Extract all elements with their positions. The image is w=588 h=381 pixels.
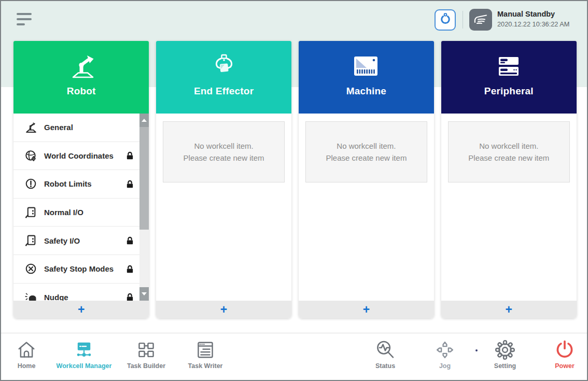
nav-task-builder[interactable]: Task Builder bbox=[117, 338, 175, 370]
peripheral-icon bbox=[495, 51, 522, 81]
gripper-tool-icon bbox=[439, 12, 452, 28]
list-item-label: Safety I/O bbox=[44, 236, 80, 245]
list-item-safety-stop-modes[interactable]: Safety Stop Modes bbox=[13, 255, 149, 284]
machine-body: No workcell item. Please create new item bbox=[299, 114, 434, 301]
empty-state-line2: Please create new item bbox=[468, 153, 549, 162]
nudge-icon bbox=[24, 291, 38, 301]
empty-state-line1: No workcell item. bbox=[194, 142, 253, 150]
plus-icon: + bbox=[363, 303, 370, 316]
list-item-label: World Coordinates bbox=[44, 151, 114, 160]
list-item-label: General bbox=[44, 123, 73, 132]
list-item-general[interactable]: General bbox=[13, 114, 149, 142]
list-item-label: Robot Limits bbox=[44, 179, 92, 188]
empty-state: No workcell item. Please create new item bbox=[448, 121, 570, 182]
peripheral-body: No workcell item. Please create new item bbox=[441, 114, 577, 301]
world-coordinates-icon bbox=[24, 150, 38, 162]
topbar-divider bbox=[463, 11, 463, 29]
empty-state-line2: Please create new item bbox=[326, 153, 407, 162]
empty-state-line2: Please create new item bbox=[184, 153, 264, 162]
column-title: Robot bbox=[67, 86, 96, 97]
nav-label: Task Builder bbox=[127, 362, 165, 370]
plus-icon: + bbox=[220, 303, 227, 316]
robot-status-block: Manual Standby 2020.12.22 10:36:22 AM bbox=[497, 10, 569, 28]
robot-column-header[interactable]: Robot bbox=[13, 41, 149, 114]
nav-jog[interactable]: Jog bbox=[422, 338, 468, 370]
robot-arm-icon bbox=[67, 51, 96, 81]
list-item-world-coordinates[interactable]: World Coordinates bbox=[13, 142, 149, 171]
lock-icon bbox=[125, 151, 134, 160]
nav-setting[interactable]: Setting bbox=[482, 338, 528, 370]
machine-column-header[interactable]: Machine bbox=[299, 41, 434, 114]
scrollbar[interactable] bbox=[139, 114, 149, 301]
column-title: Peripheral bbox=[484, 86, 534, 97]
status-timestamp: 2020.12.22 10:36:22 AM bbox=[497, 20, 569, 28]
nav-label: Home bbox=[18, 362, 36, 370]
task-writer-icon bbox=[195, 338, 215, 362]
nav-separator-dot bbox=[475, 349, 478, 351]
home-icon bbox=[17, 338, 36, 362]
workcell-column-end-effector: End Effector No workcell item. Please cr… bbox=[156, 41, 291, 318]
task-builder-icon bbox=[136, 338, 156, 362]
workcell-column-machine: Machine No workcell item. Please create … bbox=[299, 41, 434, 318]
column-title: Machine bbox=[346, 86, 386, 97]
list-item-label: Normal I/O bbox=[44, 208, 83, 217]
hamburger-menu-icon[interactable] bbox=[17, 13, 33, 27]
status-icon bbox=[375, 338, 396, 362]
nav-label: Status bbox=[375, 362, 395, 370]
scrollbar-thumb[interactable] bbox=[139, 127, 149, 230]
nav-label: Power bbox=[555, 362, 575, 370]
nav-workcell-manager[interactable]: Workcell Manager bbox=[47, 338, 121, 370]
lock-icon bbox=[125, 236, 134, 245]
empty-state: No workcell item. Please create new item bbox=[163, 121, 285, 182]
empty-state-line1: No workcell item. bbox=[479, 142, 538, 150]
manual-hand-icon bbox=[473, 12, 488, 27]
scroll-up-button[interactable] bbox=[139, 114, 149, 127]
list-item-label: Safety Stop Modes bbox=[44, 264, 114, 273]
list-item-normal-io[interactable]: Normal I/O bbox=[13, 199, 149, 227]
nav-label: Setting bbox=[494, 362, 516, 370]
workcell-column-peripheral: Peripheral No workcell item. Please crea… bbox=[441, 41, 577, 318]
machine-icon bbox=[353, 51, 380, 81]
nav-label: Workcell Manager bbox=[57, 362, 112, 370]
lock-icon bbox=[125, 264, 134, 274]
empty-state: No workcell item. Please create new item bbox=[305, 121, 427, 182]
robot-mode-button[interactable] bbox=[469, 9, 492, 31]
nav-status[interactable]: Status bbox=[362, 338, 409, 370]
column-title: End Effector bbox=[194, 86, 254, 97]
add-robot-item-button[interactable]: + bbox=[13, 301, 149, 318]
io-icon bbox=[24, 234, 38, 247]
peripheral-column-header[interactable]: Peripheral bbox=[441, 41, 577, 114]
add-end-effector-item-button[interactable]: + bbox=[156, 301, 291, 318]
bottom-navigation: Home Workcell Manager bbox=[1, 333, 587, 380]
io-icon bbox=[24, 206, 38, 219]
nav-label: Jog bbox=[439, 362, 451, 370]
setting-icon bbox=[495, 338, 515, 362]
workcell-column-robot: Robot General bbox=[13, 41, 149, 318]
end-effector-body: No workcell item. Please create new item bbox=[156, 114, 291, 301]
teach-pendant-screen: Manual Standby 2020.12.22 10:36:22 AM Ro… bbox=[0, 0, 588, 381]
gripper-icon bbox=[211, 51, 237, 81]
list-item-safety-io[interactable]: Safety I/O bbox=[13, 227, 149, 255]
add-machine-item-button[interactable]: + bbox=[299, 301, 434, 318]
robot-general-icon bbox=[24, 121, 38, 133]
nav-power[interactable]: Power bbox=[541, 338, 588, 370]
workcell-manager-icon bbox=[74, 338, 94, 362]
empty-state-line1: No workcell item. bbox=[337, 142, 396, 150]
plus-icon: + bbox=[506, 303, 512, 316]
scroll-down-button[interactable] bbox=[139, 287, 149, 301]
nav-home[interactable]: Home bbox=[3, 338, 50, 370]
robot-state-label: Manual Standby bbox=[497, 10, 569, 18]
robot-limits-icon bbox=[24, 178, 38, 190]
add-peripheral-item-button[interactable]: + bbox=[441, 301, 577, 318]
gripper-tool-button[interactable] bbox=[435, 9, 456, 31]
end-effector-column-header[interactable]: End Effector bbox=[156, 41, 291, 114]
list-item-nudge[interactable]: Nudge bbox=[13, 284, 149, 301]
lock-icon bbox=[125, 292, 134, 301]
stop-modes-icon bbox=[24, 263, 38, 275]
list-item-label: Nudge bbox=[44, 293, 68, 301]
nav-task-writer[interactable]: Task Writer bbox=[176, 338, 235, 370]
nav-label: Task Writer bbox=[188, 362, 223, 370]
list-item-robot-limits[interactable]: Robot Limits bbox=[13, 170, 149, 199]
power-icon bbox=[554, 338, 575, 362]
jog-icon bbox=[435, 338, 455, 362]
